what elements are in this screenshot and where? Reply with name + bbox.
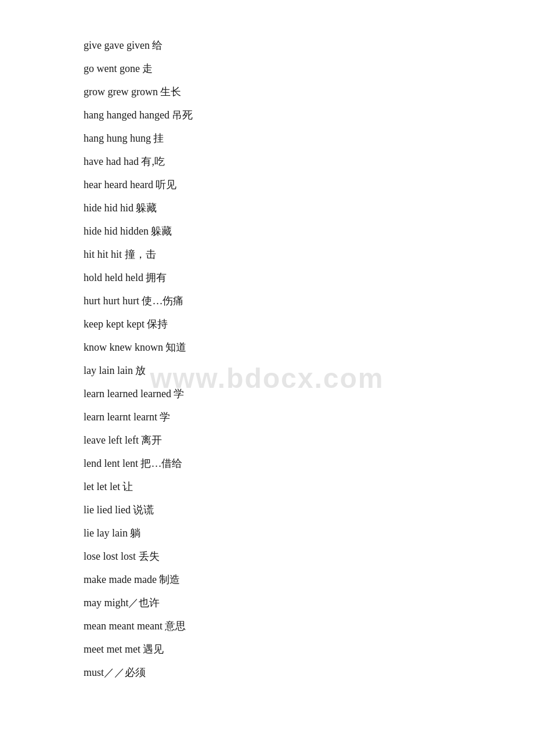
- list-item: learn learned learned 学: [84, 383, 450, 404]
- list-item: hit hit hit 撞，击: [84, 244, 450, 265]
- list-item: must／／必须: [84, 662, 450, 683]
- list-item: have had had 有,吃: [84, 151, 450, 172]
- list-item: hear heard heard 听见: [84, 174, 450, 195]
- list-item: lose lost lost 丢失: [84, 546, 450, 567]
- list-item: hang hanged hanged 吊死: [84, 105, 450, 125]
- list-item: grow grew grown 生长: [84, 81, 450, 102]
- list-item: meet met met 遇见: [84, 639, 450, 660]
- list-item: hold held held 拥有: [84, 267, 450, 288]
- list-item: hurt hurt hurt 使…伤痛: [84, 290, 450, 311]
- list-item: lay lain lain 放: [84, 360, 450, 381]
- list-item: may might／也许: [84, 592, 450, 613]
- list-item: lie lied lied 说谎: [84, 499, 450, 520]
- list-item: go went gone 走: [84, 58, 450, 79]
- list-item: keep kept kept 保持: [84, 314, 450, 334]
- list-item: learn learnt learnt 学: [84, 406, 450, 427]
- list-item: hang hung hung 挂: [84, 128, 450, 149]
- list-item: lie lay lain 躺: [84, 523, 450, 543]
- list-item: hide hid hid 躲藏: [84, 197, 450, 218]
- list-item: let let let 让: [84, 476, 450, 497]
- list-item: know knew known 知道: [84, 337, 450, 358]
- list-item: lend lent lent 把…借给: [84, 453, 450, 474]
- content-area: give gave given 给go went gone 走grow grew…: [0, 0, 534, 720]
- list-item: hide hid hidden 躲藏: [84, 221, 450, 242]
- list-item: make made made 制造: [84, 569, 450, 590]
- list-item: leave left left 离开: [84, 430, 450, 451]
- list-item: give gave given 给: [84, 35, 450, 56]
- list-item: mean meant meant 意思: [84, 615, 450, 636]
